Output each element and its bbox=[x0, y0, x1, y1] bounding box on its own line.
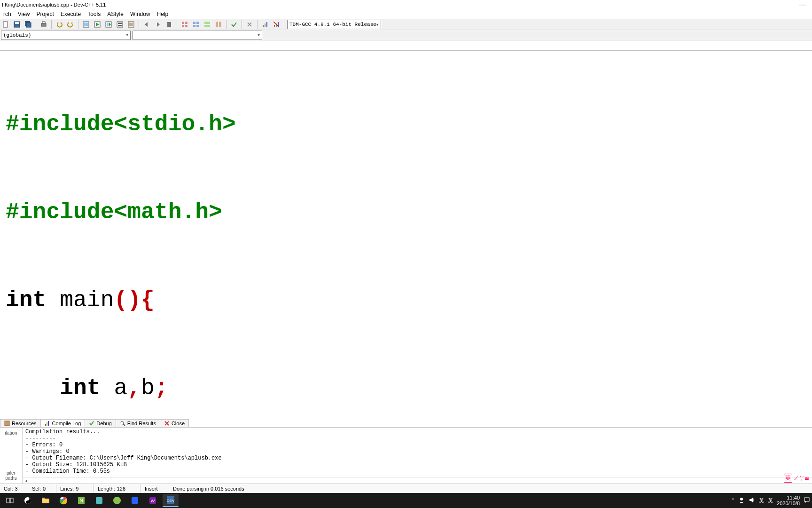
svg-rect-38 bbox=[47, 422, 47, 426]
grid-2-icon[interactable] bbox=[191, 20, 201, 29]
tab-resources[interactable]: Resources bbox=[0, 419, 41, 427]
print-icon[interactable] bbox=[39, 20, 48, 29]
status-col-value: 3 bbox=[15, 486, 18, 492]
tab-compile-log[interactable]: Compile Log bbox=[40, 419, 86, 427]
taskview-icon[interactable] bbox=[2, 494, 18, 507]
grid-4-icon[interactable] bbox=[214, 20, 223, 29]
status-insert-mode: Insert bbox=[141, 484, 169, 493]
tab-find-results[interactable]: Find Results bbox=[116, 419, 160, 427]
log-hscrollbar[interactable]: ◂ bbox=[23, 477, 812, 484]
bookmark-icon[interactable] bbox=[164, 20, 174, 29]
app-icon-8[interactable]: W bbox=[145, 494, 161, 507]
member-select[interactable]: ▼ bbox=[133, 31, 262, 40]
svg-rect-14 bbox=[118, 25, 122, 26]
grid-3-icon[interactable] bbox=[203, 20, 212, 29]
taskbar: N W DEV ˄ 英 英 11:40 2020/10/8 bbox=[0, 493, 812, 508]
compile-log-text[interactable]: Compilation results... --------- - Error… bbox=[23, 428, 812, 477]
new-file-icon[interactable] bbox=[1, 20, 10, 29]
tray-people-icon[interactable] bbox=[738, 497, 745, 504]
scope-select[interactable]: (globals) ▼ bbox=[1, 31, 131, 40]
app-icon-6[interactable] bbox=[109, 494, 125, 507]
menu-view[interactable]: View bbox=[15, 10, 33, 18]
tray-up-icon[interactable]: ˄ bbox=[732, 498, 734, 504]
svg-rect-42 bbox=[7, 498, 9, 503]
svg-rect-0 bbox=[3, 22, 8, 27]
editor-tabstrip[interactable] bbox=[0, 40, 812, 51]
ime-badge: 英 bbox=[784, 474, 792, 483]
check-icon[interactable] bbox=[229, 20, 239, 29]
status-lines: Lines: 9 bbox=[56, 484, 94, 493]
grid-1-icon[interactable] bbox=[180, 20, 189, 29]
window-minimize-button[interactable]: — bbox=[795, 0, 810, 9]
status-length-value: 126 bbox=[117, 486, 125, 492]
delete-profile-icon[interactable] bbox=[272, 20, 281, 29]
redo-icon[interactable] bbox=[66, 20, 75, 29]
app-icon-1[interactable] bbox=[20, 494, 36, 507]
app-icon-5[interactable] bbox=[91, 494, 107, 507]
tray-notifications-icon[interactable] bbox=[804, 497, 810, 504]
log-side-compilation[interactable]: ilation bbox=[0, 428, 22, 438]
forward-icon[interactable] bbox=[153, 20, 163, 29]
code-editor[interactable]: #include<stdio.h> #include<math.h> int m… bbox=[0, 51, 812, 417]
svg-rect-17 bbox=[167, 22, 171, 27]
code-token: <stdio.h> bbox=[114, 111, 235, 137]
svg-rect-37 bbox=[45, 424, 46, 426]
compile-run-icon[interactable] bbox=[104, 20, 113, 29]
app-icon-7[interactable] bbox=[127, 494, 143, 507]
run-icon[interactable] bbox=[93, 20, 102, 29]
toolbar: TDM-GCC 4.8.1 64-bit Release ▼ bbox=[0, 19, 812, 30]
tab-compile-log-label: Compile Log bbox=[52, 421, 81, 426]
svg-rect-46 bbox=[42, 498, 45, 499]
tab-debug[interactable]: Debug bbox=[85, 419, 116, 427]
save-all-icon[interactable] bbox=[23, 20, 33, 29]
tray-date: 2020/10/8 bbox=[777, 500, 800, 506]
menu-tools[interactable]: Tools bbox=[84, 10, 104, 18]
compile-icon[interactable] bbox=[81, 20, 91, 29]
status-lines-value: 9 bbox=[76, 486, 78, 492]
cancel-icon[interactable] bbox=[245, 20, 254, 29]
ime-badge: ≌ bbox=[804, 475, 809, 482]
tab-close[interactable]: Close bbox=[160, 419, 189, 427]
menu-help[interactable]: Help bbox=[154, 10, 172, 18]
menu-project[interactable]: Project bbox=[33, 10, 57, 18]
tray-ime-2[interactable]: 英 bbox=[768, 497, 773, 504]
svg-rect-25 bbox=[196, 25, 199, 27]
save-icon[interactable] bbox=[12, 20, 22, 29]
tray-time: 11:40 bbox=[777, 495, 800, 500]
svg-text:DEV: DEV bbox=[167, 499, 175, 503]
back-icon[interactable] bbox=[142, 20, 151, 29]
status-length-label: Length: bbox=[98, 486, 115, 492]
svg-rect-43 bbox=[10, 498, 13, 503]
compiler-select[interactable]: TDM-GCC 4.8.1 64-bit Release ▼ bbox=[287, 20, 381, 29]
svg-rect-18 bbox=[182, 22, 184, 24]
rebuild-icon[interactable] bbox=[115, 20, 125, 29]
find-icon bbox=[120, 421, 125, 426]
scope-select-label: (globals) bbox=[3, 32, 31, 38]
svg-rect-24 bbox=[193, 25, 195, 27]
undo-icon[interactable] bbox=[55, 20, 64, 29]
chevron-down-icon: ▼ bbox=[376, 23, 379, 27]
code-token: main bbox=[46, 287, 114, 313]
tool-icon-5[interactable] bbox=[126, 20, 136, 29]
profile-icon[interactable] bbox=[260, 20, 270, 29]
menu-bar: rch View Project Execute Tools AStyle Wi… bbox=[0, 9, 812, 19]
svg-rect-30 bbox=[263, 25, 264, 27]
ime-watermark: 英 ノ ',' ≌ bbox=[784, 474, 809, 483]
menu-astyle[interactable]: AStyle bbox=[104, 10, 127, 18]
tray-volume-icon[interactable] bbox=[749, 497, 755, 504]
tray-clock[interactable]: 11:40 2020/10/8 bbox=[777, 495, 800, 506]
menu-window[interactable]: Window bbox=[127, 10, 154, 18]
devcpp-taskbar-icon[interactable]: DEV bbox=[163, 494, 179, 507]
code-token: , bbox=[127, 375, 141, 401]
svg-rect-13 bbox=[118, 23, 122, 24]
scroll-left-icon[interactable]: ◂ bbox=[23, 478, 29, 483]
file-explorer-icon[interactable] bbox=[38, 494, 54, 507]
svg-rect-29 bbox=[219, 22, 221, 27]
menu-search[interactable]: rch bbox=[0, 10, 15, 18]
notepad-icon[interactable]: N bbox=[73, 494, 89, 507]
menu-execute[interactable]: Execute bbox=[57, 10, 84, 18]
chrome-icon[interactable] bbox=[55, 494, 71, 507]
tray-ime-1[interactable]: 英 bbox=[759, 497, 764, 504]
log-side-compiler-paths[interactable]: piler paths bbox=[0, 468, 22, 484]
svg-rect-20 bbox=[182, 25, 184, 27]
